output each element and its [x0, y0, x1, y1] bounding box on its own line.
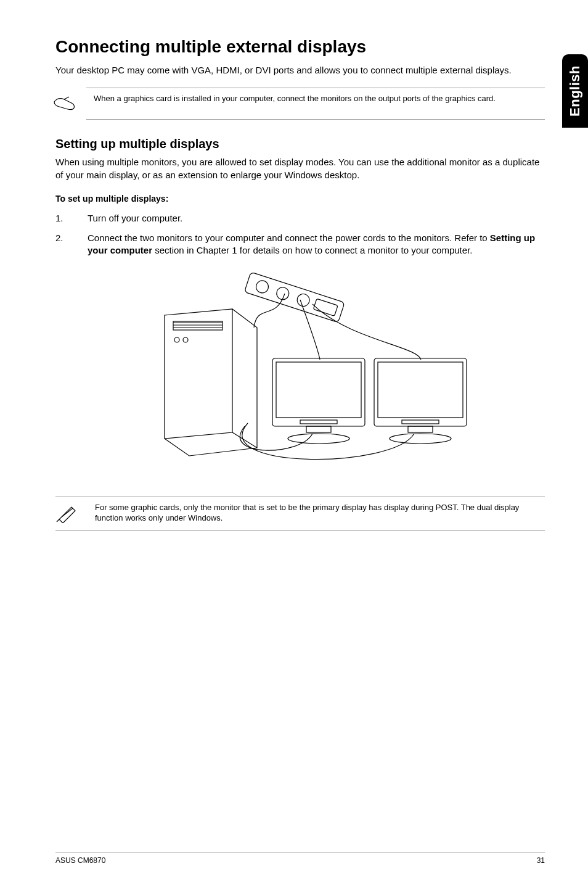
language-tab: English: [562, 54, 588, 128]
step-text-before: Connect the two monitors to your compute…: [88, 233, 490, 243]
svg-rect-4: [313, 299, 338, 316]
svg-rect-15: [300, 420, 337, 424]
svg-point-10: [183, 337, 188, 342]
svg-rect-12: [276, 362, 361, 418]
svg-line-21: [62, 508, 73, 517]
step-number: 1.: [55, 212, 70, 225]
svg-rect-20: [402, 420, 439, 424]
page-title: Connecting multiple external displays: [55, 37, 545, 57]
section-heading: Setting up multiple displays: [55, 137, 545, 151]
svg-line-22: [57, 519, 59, 522]
connection-diagram: [55, 266, 545, 478]
step-text: Turn off your computer.: [88, 212, 182, 225]
svg-rect-11: [272, 358, 365, 426]
page-footer: ASUS CM6870 31: [55, 852, 545, 865]
page-content: Connecting multiple external displays Yo…: [0, 0, 588, 571]
svg-rect-17: [378, 362, 463, 418]
svg-rect-13: [306, 426, 331, 432]
svg-rect-18: [408, 426, 433, 432]
svg-point-1: [255, 279, 270, 294]
svg-point-9: [174, 337, 179, 342]
svg-point-14: [288, 434, 349, 444]
footer-page-number: 31: [537, 856, 545, 865]
note-text: When a graphics card is installed in you…: [94, 93, 508, 104]
intro-paragraph: Your desktop PC may come with VGA, HDMI,…: [55, 64, 545, 76]
pen-note-icon: [55, 502, 80, 526]
footer-product: ASUS CM6870: [55, 856, 105, 865]
hand-point-icon: [51, 93, 79, 114]
step-number: 2.: [55, 232, 70, 257]
note-text: For some graphic cards, only the monitor…: [95, 502, 545, 524]
step-text: Connect the two monitors to your compute…: [88, 232, 545, 257]
step-text-after: section in Chapter 1 for details on how …: [152, 245, 472, 255]
note-graphics-card: When a graphics card is installed in you…: [86, 88, 545, 120]
svg-point-19: [390, 434, 451, 444]
note-primary-display: For some graphic cards, only the monitor…: [55, 497, 545, 531]
steps-list: 1. Turn off your computer. 2. Connect th…: [55, 212, 545, 257]
svg-rect-16: [374, 358, 467, 426]
svg-point-3: [295, 292, 311, 307]
list-item: 2. Connect the two monitors to your comp…: [55, 232, 545, 257]
list-item: 1. Turn off your computer.: [55, 212, 545, 225]
steps-heading: To set up multiple displays:: [55, 194, 545, 204]
section-paragraph: When using multiple monitors, you are al…: [55, 156, 545, 181]
